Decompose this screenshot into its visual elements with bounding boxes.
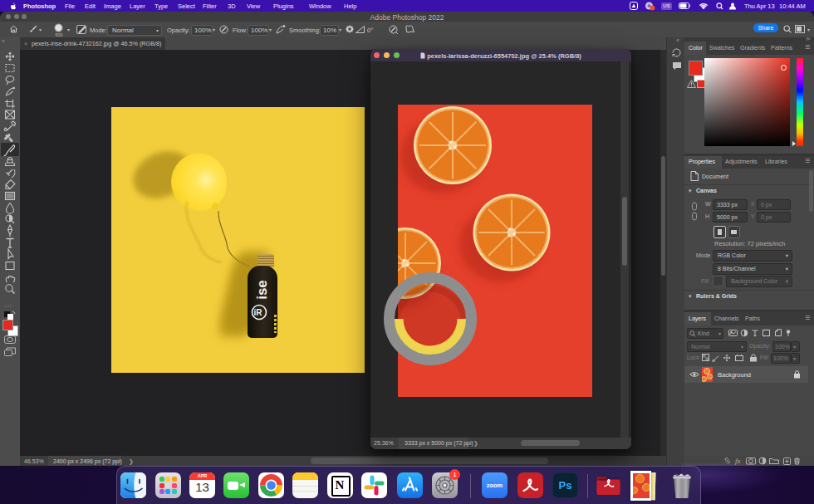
svg-text:iR: iR	[254, 308, 263, 317]
